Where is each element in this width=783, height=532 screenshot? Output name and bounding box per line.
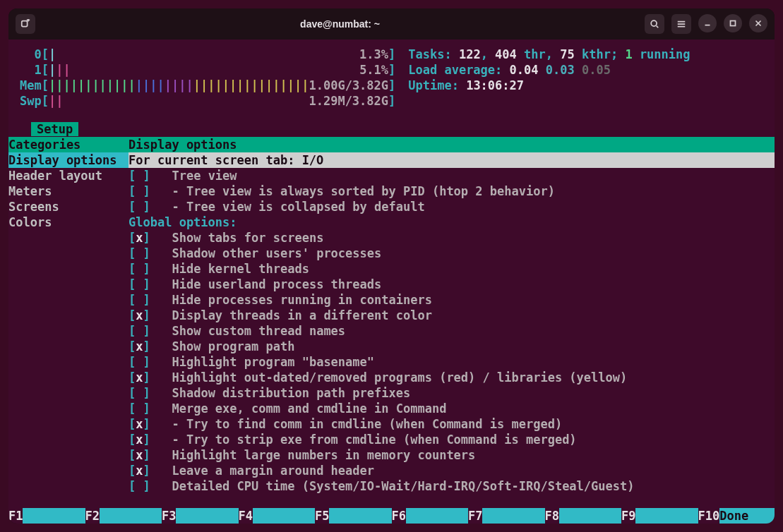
f10-label[interactable]: Done xyxy=(719,508,775,524)
option-label: Hide processes running in containers xyxy=(172,293,431,307)
sidebar-item-screens[interactable]: Screens xyxy=(8,199,128,214)
option-label: Highlight program "basename" xyxy=(172,355,374,369)
option-row[interactable]: [ ] Hide userland process threads xyxy=(128,277,775,292)
option-label: Merge exe, comm and cmdline in Command xyxy=(172,401,446,416)
sidebar-item-colors[interactable]: Colors xyxy=(8,214,128,230)
options-header: Display options xyxy=(128,137,775,152)
sidebar-item-meters[interactable]: Meters xyxy=(8,183,128,199)
option-row[interactable]: [ ] Shadow other users' processes xyxy=(128,246,775,261)
option-label: Highlight out-dated/removed programs (re… xyxy=(172,370,627,385)
f7-label[interactable] xyxy=(482,508,544,524)
option-row[interactable]: [x] - Try to find comm in cmdline (when … xyxy=(128,416,775,432)
sidebar-item-display-options[interactable]: Display options xyxy=(8,152,128,168)
option-row[interactable]: [x] - Try to strip exe from cmdline (whe… xyxy=(128,432,775,447)
option-label: Show program path xyxy=(172,339,294,353)
kthr-count: 75 xyxy=(560,47,574,61)
la15: 0.05 xyxy=(582,63,611,77)
option-row[interactable]: [ ] - Tree view is collapsed by default xyxy=(128,199,775,214)
option-label: Shadow distribution path prefixes xyxy=(172,386,410,400)
load-label: Load average: xyxy=(408,63,509,77)
f4-label[interactable] xyxy=(253,508,315,524)
option-row[interactable]: [ ] Tree view xyxy=(128,168,775,183)
uptime-label: Uptime: xyxy=(408,78,466,92)
f5-label[interactable] xyxy=(329,508,391,524)
meters-panel: 0[| 1.3%] Tasks: 122, 404 thr, 75 kthr; … xyxy=(8,47,775,109)
setup-label[interactable]: Setup xyxy=(31,122,78,136)
thr-count: 404 xyxy=(495,47,517,61)
f8-label[interactable] xyxy=(559,508,621,524)
options-subheader: For current screen tab: I/O xyxy=(128,152,775,168)
option-label: Show tabs for screens xyxy=(172,231,323,245)
option-label: Show custom thread names xyxy=(172,324,345,338)
terminal-window: dave@numbat: ~ 0[| xyxy=(8,8,775,524)
f6-key[interactable]: F6 xyxy=(392,508,406,524)
option-label: Display threads in a different color xyxy=(172,308,431,322)
f6-label[interactable] xyxy=(406,508,468,524)
tasks-label: Tasks: xyxy=(408,47,459,61)
hamburger-menu-button[interactable] xyxy=(671,14,691,34)
option-label: Hide userland process threads xyxy=(172,277,381,291)
option-row[interactable]: [ ] Hide kernel threads xyxy=(128,261,775,277)
f7-key[interactable]: F7 xyxy=(468,508,482,524)
option-row[interactable]: [x] Highlight large numbers in memory co… xyxy=(128,447,775,463)
f1-label[interactable] xyxy=(23,508,85,524)
search-button[interactable] xyxy=(645,14,664,34)
option-label: Leave a margin around header xyxy=(172,464,374,478)
setup-tab: Setup xyxy=(31,121,775,137)
option-row[interactable]: [ ] Show custom thread names xyxy=(128,323,775,339)
la1: 0.04 xyxy=(510,63,539,77)
option-row[interactable]: [ ] - Tree view is always sorted by PID … xyxy=(128,183,775,199)
option-label: Detailed CPU time (System/IO-Wait/Hard-I… xyxy=(172,479,634,493)
cpu1-label: 1 xyxy=(34,63,41,77)
option-row[interactable]: [x] Show program path xyxy=(128,339,775,354)
option-label: - Try to strip exe from cmdline (when Co… xyxy=(172,433,576,447)
swp-label: Swp xyxy=(20,94,42,108)
f2-key[interactable]: F2 xyxy=(85,508,100,524)
f3-label[interactable] xyxy=(176,508,238,524)
titlebar: dave@numbat: ~ xyxy=(8,8,775,40)
f2-label[interactable] xyxy=(100,508,162,524)
cpu1-pct: 5.1% xyxy=(359,63,388,77)
svg-point-3 xyxy=(651,20,657,26)
option-label: Shadow other users' processes xyxy=(172,246,381,260)
terminal-content[interactable]: 0[| 1.3%] Tasks: 122, 404 thr, 75 kthr; … xyxy=(8,40,775,524)
f3-key[interactable]: F3 xyxy=(162,508,176,524)
f9-key[interactable]: F9 xyxy=(621,508,635,524)
new-tab-button[interactable] xyxy=(16,14,35,34)
f9-label[interactable] xyxy=(635,508,698,524)
option-label: - Tree view is always sorted by PID (hto… xyxy=(172,184,554,198)
running-count: 1 xyxy=(625,47,632,61)
option-label: Tree view xyxy=(172,169,237,183)
svg-line-4 xyxy=(657,26,659,28)
option-row[interactable]: [ ] Detailed CPU time (System/IO-Wait/Ha… xyxy=(128,478,775,494)
f5-key[interactable]: F5 xyxy=(315,508,329,524)
options-panel: Display options For current screen tab: … xyxy=(128,137,775,494)
option-row[interactable]: [x] Highlight out-dated/removed programs… xyxy=(128,370,775,385)
option-row[interactable]: [x] Display threads in a different color xyxy=(128,308,775,323)
cpu0-label: 0 xyxy=(34,47,41,61)
f8-key[interactable]: F8 xyxy=(545,508,559,524)
option-row[interactable]: [ ] Hide processes running in containers xyxy=(128,292,775,308)
categories-header: Categories xyxy=(8,137,128,152)
option-label: - Tree view is collapsed by default xyxy=(172,200,424,214)
f1-key[interactable]: F1 xyxy=(8,508,23,524)
option-row[interactable]: [x] Leave a margin around header xyxy=(128,463,775,478)
swp-text: 1.29M/3.82G xyxy=(309,94,388,108)
option-label: - Try to find comm in cmdline (when Comm… xyxy=(172,417,562,431)
minimize-button[interactable] xyxy=(698,14,717,32)
option-row[interactable]: [ ] Shadow distribution path prefixes xyxy=(128,385,775,401)
close-button[interactable] xyxy=(749,14,767,32)
f4-key[interactable]: F4 xyxy=(239,508,253,524)
cpu0-pct: 1.3% xyxy=(359,47,388,61)
f10-key[interactable]: F10 xyxy=(698,508,720,524)
sidebar-item-header-layout[interactable]: Header layout xyxy=(8,168,128,183)
mem-text: 1.00G/3.82G xyxy=(309,78,388,92)
tasks-count: 122 xyxy=(459,47,481,61)
svg-rect-0 xyxy=(22,21,28,27)
option-label: Highlight large numbers in memory counte… xyxy=(172,448,475,462)
option-row[interactable]: [ ] Highlight program "basename" xyxy=(128,354,775,370)
option-row[interactable]: [ ] Merge exe, comm and cmdline in Comma… xyxy=(128,401,775,416)
option-row[interactable]: [x] Show tabs for screens xyxy=(128,230,775,246)
maximize-button[interactable] xyxy=(724,14,742,32)
categories-sidebar: Categories Display options Header layout… xyxy=(8,137,128,494)
